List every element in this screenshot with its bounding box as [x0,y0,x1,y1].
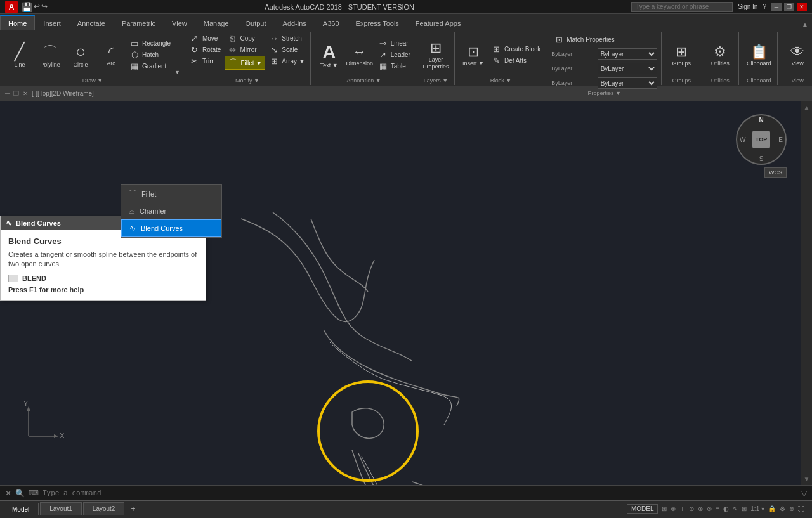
lineweight-select[interactable]: ByLayer [598,77,657,89]
tab-insert[interactable]: Insert [35,15,69,30]
tab-layout2[interactable]: Layout2 [83,502,125,515]
rotate-button[interactable]: ↻Rotate [187,44,223,55]
tab-model[interactable]: Model [3,503,39,515]
tab-a360[interactable]: A360 [315,15,348,30]
quick-access-redo[interactable]: ↪ [41,2,48,12]
rectangle-button[interactable]: ▭Rectangle [127,38,173,49]
draw-expand[interactable]: ▼ [174,69,180,75]
fillet-button[interactable]: ⌒Fillet ▼ [225,56,265,70]
dropdown-blend-curves[interactable]: ∿ Blend Curves [121,219,221,237]
quick-access-save[interactable]: 💾 [22,2,32,12]
ortho-icon[interactable]: ⊤ [679,505,685,512]
polyline-icon: ⌒ [43,42,57,62]
dropdown-chamfer[interactable]: ⌓ Chamfer [121,203,221,219]
canvas[interactable]: N S E W TOP WCS X Y ⌒ Fillet [0,101,812,485]
tab-layout1[interactable]: Layout1 [40,502,82,515]
viewport-minimize[interactable]: ─ [5,90,10,97]
tab-parametric[interactable]: Parametric [114,15,164,30]
insert-label: Insert ▼ [462,60,484,67]
quick-access-undo[interactable]: ↩ [34,2,40,12]
circle-button[interactable]: ○ Circle [66,33,95,77]
gradient-button[interactable]: ▦Gradient [127,61,173,72]
dropdown-fillet[interactable]: ⌒ Fillet [121,185,221,203]
plus-icon[interactable]: ⊕ [789,505,794,512]
otrack-icon[interactable]: ⊘ [707,505,712,512]
close-button[interactable]: ✕ [797,3,807,11]
osnap-icon[interactable]: ⊗ [698,505,703,512]
groups-button[interactable]: ⊞ Groups [667,33,696,77]
move-button[interactable]: ⤢Move [187,33,223,44]
grid-icon[interactable]: ⊞ [662,505,667,512]
clipboard-button[interactable]: 📋 Clipboard [744,33,773,77]
tab-express[interactable]: Express Tools [348,15,407,30]
tab-featured[interactable]: Featured Apps [407,15,469,30]
fillet-dropdown-icon: ⌒ [129,188,136,199]
ribbon-collapse[interactable]: ▲ [798,18,812,30]
color-select[interactable]: ByLayer [598,48,657,60]
dimension-button[interactable]: ↔ Dimension [345,33,374,77]
tab-manage[interactable]: Manage [195,15,237,30]
restore-button[interactable]: ❐ [784,3,794,11]
viewport-close[interactable]: ✕ [23,90,28,97]
trim-button[interactable]: ✂Trim [187,56,223,67]
line-button[interactable]: ╱ Line [5,33,34,77]
compass-center-top[interactable]: TOP [752,131,770,148]
hatch-button[interactable]: ⬡Hatch [127,49,173,60]
linear-button[interactable]: ⊸Linear [376,38,413,49]
gear-icon[interactable]: ⚙ [780,505,785,512]
polyline-button[interactable]: ⌒ Polyline [36,33,65,77]
lock-icon[interactable]: 🔒 [768,505,776,512]
modify-group-label: Modify ▼ [187,77,308,84]
search-input[interactable] [631,2,733,12]
table-button[interactable]: ▦Table [376,61,413,72]
array-button[interactable]: ⊞Array ▼ [266,56,308,67]
copy-button[interactable]: ⎘Copy [225,33,265,44]
define-atts-button[interactable]: ✎Def Atts [489,55,543,66]
utilities-group-label: Utilities [705,77,735,84]
compass-east: E [778,136,783,143]
annotation-icon[interactable]: ⊞ [742,505,747,512]
polyline-label: Polyline [40,62,60,68]
lineweight-icon[interactable]: ≡ [716,505,719,512]
stretch-button[interactable]: ↔Stretch [266,33,308,44]
tab-add-button[interactable]: + [126,502,140,516]
define-atts-icon: ✎ [492,56,502,65]
command-input[interactable] [43,489,797,497]
fullscreen-icon[interactable]: ⛶ [798,505,804,512]
tab-annotate[interactable]: Annotate [69,15,114,30]
tab-view[interactable]: View [164,15,195,30]
insert-button[interactable]: ⊡ Insert ▼ [459,33,488,77]
selection-icon[interactable]: ↖ [733,505,738,512]
create-block-button[interactable]: ⊞Create Block [489,44,543,55]
cmd-close-icon[interactable]: ✕ [5,489,11,498]
axis-svg: X Y [19,389,76,446]
linetype-select[interactable]: ByLayer [598,63,657,74]
arc-button[interactable]: ◜ Arc [96,33,126,77]
tab-addins[interactable]: Add-ins [275,15,315,30]
leader-button[interactable]: ↗Leader [376,49,413,60]
viewport-restore[interactable]: ❐ [13,90,19,97]
text-button[interactable]: A Text ▼ [315,33,344,77]
scale-button[interactable]: ⤡Scale [266,44,308,55]
model-status-label[interactable]: MODEL [627,504,658,514]
app-logo: A [5,1,18,13]
tab-home[interactable]: Home [0,15,35,30]
layer-properties-button[interactable]: ⊞ LayerProperties [421,33,450,77]
modify-group: ⤢Move ↻Rotate ✂Trim ⎘Copy ⇔Mirror ⌒Fille… [185,32,311,85]
match-properties-button[interactable]: ⊡Match Properties [551,34,617,45]
help-icon[interactable]: ? [763,3,766,10]
snap-icon[interactable]: ⊕ [671,505,676,512]
sign-in-button[interactable]: Sign In [738,3,757,10]
view-button[interactable]: 👁 View [783,33,812,77]
mirror-button[interactable]: ⇔Mirror [225,44,265,55]
tab-output[interactable]: Output [237,15,275,30]
polar-icon[interactable]: ⊙ [689,505,694,512]
minimize-button[interactable]: ─ [771,3,782,11]
transparency-icon[interactable]: ◐ [723,505,729,512]
groups-group-label: Groups [667,77,696,84]
cmd-search-icon[interactable]: 🔍 [15,489,25,498]
cmd-expand-icon[interactable]: ▽ [801,489,807,498]
utilities-button[interactable]: ⚙ Utilities [705,33,735,77]
viewport-label[interactable]: [-][Top][2D Wireframe] [32,90,94,97]
right-scrollbar[interactable]: ▲ ▼ [801,101,812,485]
